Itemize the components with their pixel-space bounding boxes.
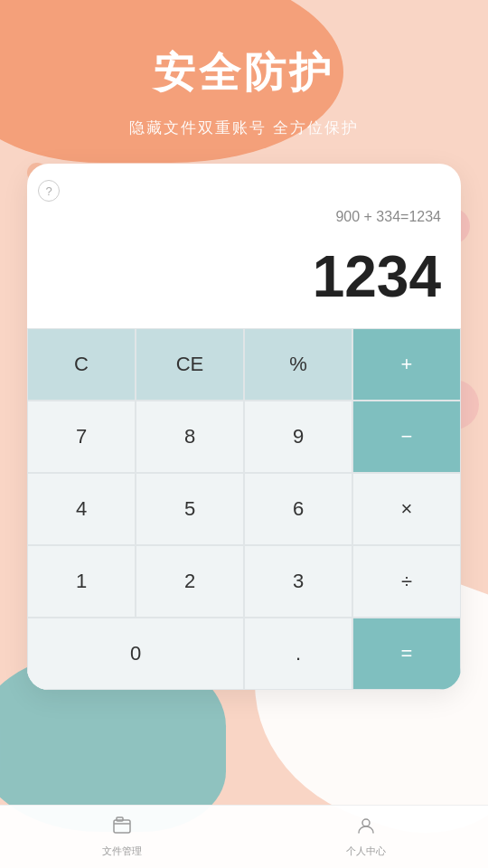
btn-ce[interactable]: CE xyxy=(136,328,244,401)
btn-0[interactable]: 0 xyxy=(27,618,244,690)
btn-2[interactable]: 2 xyxy=(136,545,244,618)
calc-expression: 900 + 334=1234 xyxy=(27,205,461,225)
btn-c[interactable]: C xyxy=(27,328,136,401)
btn-8[interactable]: 8 xyxy=(136,401,244,473)
btn-multiply[interactable]: × xyxy=(352,473,461,545)
bottom-nav: 文件管理 个人中心 xyxy=(0,805,488,868)
header: 安全防护 隐藏文件双重账号 全方位保护 xyxy=(0,0,488,138)
btn-6[interactable]: 6 xyxy=(244,473,352,545)
btn-1[interactable]: 1 xyxy=(27,545,136,618)
btn-9[interactable]: 9 xyxy=(244,401,352,473)
file-manager-icon xyxy=(112,816,132,841)
help-button[interactable]: ? xyxy=(38,180,60,202)
btn-equals[interactable]: = xyxy=(352,618,461,690)
btn-plus[interactable]: + xyxy=(352,328,461,401)
calculator-card: ? 900 + 334=1234 1234 C CE % + 7 8 9 − 4… xyxy=(27,164,461,690)
help-icon: ? xyxy=(45,184,52,198)
nav-item-profile[interactable]: 个人中心 xyxy=(244,806,488,868)
calc-display: 1234 xyxy=(27,225,461,328)
file-manager-label: 文件管理 xyxy=(102,844,142,858)
calc-value: 1234 xyxy=(313,243,441,310)
btn-dot[interactable]: . xyxy=(244,618,352,690)
btn-5[interactable]: 5 xyxy=(136,473,244,545)
btn-percent[interactable]: % xyxy=(244,328,352,401)
calc-button-grid: C CE % + 7 8 9 − 4 5 6 × 1 2 3 ÷ 0 . = xyxy=(27,328,461,690)
btn-7[interactable]: 7 xyxy=(27,401,136,473)
btn-3[interactable]: 3 xyxy=(244,545,352,618)
btn-divide[interactable]: ÷ xyxy=(352,545,461,618)
svg-point-2 xyxy=(362,819,370,826)
nav-item-file-manager[interactable]: 文件管理 xyxy=(0,806,244,868)
btn-minus[interactable]: − xyxy=(352,401,461,473)
page-subtitle: 隐藏文件双重账号 全方位保护 xyxy=(0,118,488,138)
page-title: 安全防护 xyxy=(0,45,488,101)
btn-4[interactable]: 4 xyxy=(27,473,136,545)
profile-icon xyxy=(356,816,376,841)
profile-label: 个人中心 xyxy=(346,844,386,858)
svg-rect-0 xyxy=(114,820,130,833)
svg-rect-1 xyxy=(117,817,123,821)
